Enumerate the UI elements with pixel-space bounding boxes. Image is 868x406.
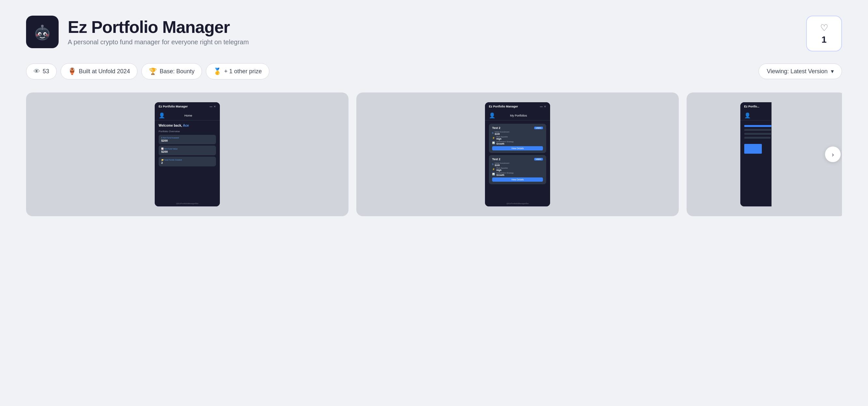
chart-bars (744, 124, 788, 155)
portfolio-detail-strategy-2: 📊 Investment Strategy Growth (492, 172, 543, 176)
strategy-icon-1: 📊 (492, 142, 495, 144)
view-details-btn-2[interactable]: View Details (492, 178, 543, 182)
phone-mockup-2: Ez Portfolio Manager ••• ✕ 👤 My Portfoli… (485, 102, 550, 207)
chart-bar-3 (744, 133, 784, 135)
screenshot-card-3[interactable]: Ez Portfo... 👤 (687, 92, 842, 216)
phone-avatar-icon-2: 👤 (489, 112, 495, 119)
app-title: Ez Portfolio Manager (68, 18, 249, 36)
invest-bar (744, 144, 762, 154)
version-dropdown[interactable]: Viewing: Latest Version ▾ (758, 63, 842, 79)
eye-icon: 👁 (34, 68, 40, 75)
welcome-name: Ace (183, 124, 189, 127)
phone-avatar-icon-3: 👤 (744, 112, 751, 119)
carousel-next-button[interactable]: › (825, 147, 841, 162)
app-info: Ez Portfolio Manager A personal crypto f… (68, 18, 249, 46)
stat-card-invested: $ Net Fund Invested $200 (159, 135, 216, 144)
dollar-icon: $ (161, 137, 162, 139)
like-count: 1 (822, 34, 827, 45)
phone-menu-icon: ☰ (211, 112, 216, 119)
bounty-badge: 🏆 Base: Bounty (142, 63, 202, 80)
stat-value-invested: $200 (161, 139, 213, 142)
portfolio-detail-investment-1: $ Initial Investment $100 (492, 131, 543, 135)
phone-footer-text-1: @EzPortfolioManagerBot (157, 202, 218, 205)
folder-icon: 📁 (161, 159, 163, 161)
phone-footer-text-2: @EzPortfolioManagerBot (487, 202, 548, 205)
phone-header-icons-2: ••• ✕ (540, 105, 546, 108)
tags-row: 👁 53 🏺 Built at Unfold 2024 🏆 Base: Boun… (26, 63, 842, 80)
portfolio-name-1: Test 2 (492, 126, 500, 130)
header-section: Ez Portfolio Manager A personal crypto f… (26, 15, 842, 52)
phone-header-icons-1: ••• ✕ (210, 105, 216, 108)
phone-nav-3: 👤 (740, 111, 793, 121)
tags-left: 👁 53 🏺 Built at Unfold 2024 🏆 Base: Boun… (26, 63, 269, 80)
chart-bar-2 (744, 129, 775, 131)
app-subtitle: A personal crypto fund manager for every… (68, 38, 249, 46)
phone-app-title-3: Ez Portfo... (744, 105, 760, 108)
strategy-value-2: Growth (496, 174, 514, 176)
close-icon: ✕ (214, 105, 216, 108)
svg-point-10 (46, 34, 49, 36)
close-icon-2: ✕ (544, 105, 546, 108)
svg-point-6 (44, 34, 46, 35)
header-left: Ez Portfolio Manager A personal crypto f… (26, 15, 249, 48)
portfolio-item-1: Test 2 USDC $ Initial Investment $100 (489, 124, 546, 153)
portfolio-detail-investment-2: $ Initial Investment $100 (492, 162, 543, 166)
svg-point-5 (39, 34, 41, 35)
strategy-value-1: Growth (496, 143, 514, 145)
heart-icon: ♡ (820, 23, 828, 33)
dollar-detail-icon-1: $ (492, 132, 493, 134)
bounty-label: Base: Bounty (160, 68, 194, 75)
stat-label-invested: $ Net Fund Invested (161, 137, 213, 139)
stat-label-funds: 📁 Total Funds Created (161, 159, 213, 161)
carousel-track: Ez Portfolio Manager ••• ✕ 👤 Home ☰ We (26, 92, 842, 216)
dollar-detail-icon-2: $ (492, 163, 493, 165)
trophy-icon: 🏺 (68, 67, 76, 75)
phone-mockup-1: Ez Portfolio Manager ••• ✕ 👤 Home ☰ We (155, 102, 220, 207)
screenshot-card-1[interactable]: Ez Portfolio Manager ••• ✕ 👤 Home ☰ We (26, 92, 348, 216)
hackathon-badge: 🏺 Built at Unfold 2024 (61, 63, 137, 80)
portfolio-item-2-header: Test 2 USDC (492, 158, 543, 161)
prize-icon: 🥇 (213, 67, 221, 75)
chart-bar-1 (744, 125, 782, 127)
view-details-btn-1[interactable]: View Details (492, 146, 543, 150)
dots-icon-2: ••• (540, 105, 542, 108)
chevron-right-icon: › (832, 151, 834, 158)
app-logo (26, 15, 59, 48)
phone-nav-title-1: Home (184, 114, 192, 117)
extra-prize-badge: 🥇 + 1 other prize (206, 63, 269, 80)
stat-label-value: 📈 Net Fund Value (161, 148, 213, 150)
portfolio-detail-strategy-1: 📊 Investment Strategy Growth (492, 140, 543, 145)
like-button[interactable]: ♡ 1 (806, 15, 842, 52)
stat-card-funds: 📁 Total Funds Created 2 (159, 157, 216, 166)
phone-header-3: Ez Portfo... (740, 102, 793, 111)
phone-welcome: Welcome back, Ace (159, 124, 216, 127)
phone-content-1: Welcome back, Ace Portfolio Overview $ N… (155, 121, 220, 200)
risk-value-1: High (496, 138, 508, 140)
phone-header-2: Ez Portfolio Manager ••• ✕ (485, 102, 550, 111)
chart-bar-4 (744, 137, 771, 139)
phone-nav-2: 👤 My Portfolios ☰ (485, 111, 550, 121)
views-badge: 👁 53 (26, 63, 57, 80)
phone-mockup-3: Ez Portfo... 👤 (740, 102, 793, 207)
portfolio-overview-title: Portfolio Overview (159, 130, 216, 133)
views-count: 53 (43, 68, 49, 75)
investment-value-2: $100 (495, 164, 509, 166)
portfolio-item-1-header: Test 2 USDC (492, 126, 543, 130)
investment-value-1: $100 (495, 133, 509, 135)
carousel-section: Ez Portfolio Manager ••• ✕ 👤 Home ☰ We (26, 92, 842, 216)
extra-prize-label: + 1 other prize (224, 68, 262, 75)
phone-content-2: Test 2 USDC $ Initial Investment $100 (485, 121, 550, 200)
phone-content-3 (740, 121, 793, 207)
phone-app-title-1: Ez Portfolio Manager (159, 105, 188, 108)
screenshot-card-2[interactable]: Ez Portfolio Manager ••• ✕ 👤 My Portfoli… (356, 92, 679, 216)
portfolio-detail-risk-2: ⚡ Risk Appetite High (492, 167, 543, 171)
phone-avatar-icon: 👤 (159, 112, 165, 119)
dots-icon: ••• (210, 105, 212, 108)
risk-icon-2: ⚡ (492, 168, 495, 170)
phone-menu-icon-2: ☰ (541, 112, 546, 119)
version-label: Viewing: Latest Version (767, 68, 828, 75)
portfolio-detail-risk-1: ⚡ Risk Appetite High (492, 136, 543, 140)
usdc-badge-1: USDC (534, 127, 543, 129)
portfolio-name-2: Test 2 (492, 158, 500, 161)
stat-value-value: $200 (161, 150, 213, 153)
